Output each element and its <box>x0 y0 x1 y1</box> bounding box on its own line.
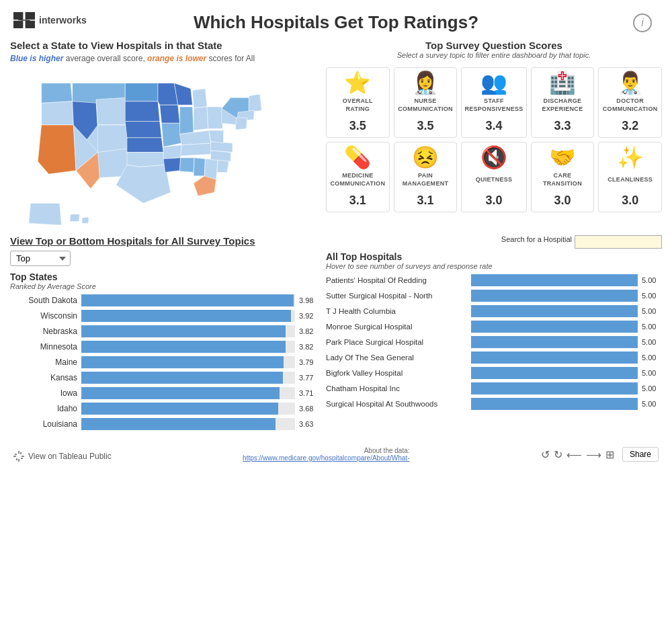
survey-icon-overall: ⭐ <box>344 72 371 93</box>
bar-outer <box>81 341 295 353</box>
bar-fill <box>81 418 276 430</box>
forward-icon[interactable]: ↻ <box>554 448 562 461</box>
bar-fill <box>81 325 286 337</box>
svg-rect-52 <box>13 456 16 457</box>
survey-item-care[interactable]: 🤝 CARETRANSITION 3.0 <box>531 142 595 212</box>
bar-outer <box>81 356 295 368</box>
svg-marker-14 <box>98 125 129 153</box>
survey-item-staff[interactable]: 👥 STAFFRESPONSIVENESS 3.4 <box>461 67 526 138</box>
back-icon[interactable]: ↺ <box>541 448 550 461</box>
footer-actions: ↺ ↻ ⟵ ⟶ ⊞ Share <box>541 447 659 462</box>
svg-marker-32 <box>163 145 181 159</box>
table-row: Maine 3.79 <box>10 356 319 368</box>
orange-text: orange is lower <box>147 54 206 63</box>
table-row: Patients' Hospital Of Redding 5.00 <box>326 274 662 286</box>
prev-icon[interactable]: ⟵ <box>566 448 582 461</box>
survey-icon-care: 🤝 <box>549 147 576 168</box>
subtitle-middle: average overall score, <box>66 54 147 63</box>
hosp-bar-fill <box>471 351 638 364</box>
survey-icon-doctor: 👨‍⚕️ <box>617 72 644 93</box>
bar-outer <box>81 325 295 337</box>
survey-label-nurse: NURSECOMMUNICATION <box>398 96 453 115</box>
map-section: Select a State to View Hospitals in that… <box>10 40 319 230</box>
survey-grid: ⭐ OVERALLRATING 3.5 👩‍⚕️ NURSECOMMUNICAT… <box>326 67 662 212</box>
survey-score-discharge: 3.3 <box>554 119 571 133</box>
bar-fill <box>81 387 280 399</box>
survey-item-discharge[interactable]: 🏥 DISCHARGEEXPERIENCE 3.3 <box>531 67 595 138</box>
state-label: Kansas <box>10 373 77 382</box>
info-icon[interactable]: i <box>633 13 652 32</box>
svg-rect-57 <box>21 458 23 459</box>
svg-marker-31 <box>181 143 212 156</box>
hosp-bar-fill <box>471 336 638 348</box>
hosp-bar-outer <box>471 274 638 286</box>
hosp-bar-outer <box>471 336 638 348</box>
svg-rect-55 <box>16 458 17 460</box>
bar-value: 3.71 <box>299 389 319 397</box>
survey-item-cleanliness[interactable]: ✨ CLEANLINESS 3.0 <box>598 142 662 212</box>
tableau-link[interactable]: View on Tableau Public <box>13 451 112 462</box>
hosp-bar-value: 5.00 <box>642 384 662 392</box>
hosp-bar-fill <box>471 321 638 333</box>
search-row: Search for a Hospitial <box>326 235 662 249</box>
top-section: Select a State to View Hospitals in that… <box>0 40 672 230</box>
survey-item-doctor[interactable]: 👨‍⚕️ DOCTORCOMMUNICATION 3.2 <box>598 67 662 138</box>
hosp-bar-outer <box>471 367 638 379</box>
bar-outer <box>81 310 295 322</box>
survey-item-quietness[interactable]: 🔇 QUIETNESS 3.0 <box>461 142 526 212</box>
bar-fill <box>81 356 284 368</box>
hospital-label: Lady Of The Sea General <box>326 354 467 362</box>
state-label: Idaho <box>10 404 77 413</box>
survey-item-nurse[interactable]: 👩‍⚕️ NURSECOMMUNICATION 3.5 <box>394 67 458 138</box>
svg-rect-1 <box>13 21 23 28</box>
survey-score-nurse: 3.5 <box>417 119 434 133</box>
svg-rect-50 <box>18 451 19 454</box>
hospital-label: Sutter Surgical Hospital - North <box>326 292 467 300</box>
survey-title: Top Survey Question Scores <box>326 40 662 51</box>
logo-text: interworks <box>39 15 87 26</box>
table-row: Bigfork Valley Hospital 5.00 <box>326 367 662 379</box>
dropdown-row: Top Bottom <box>10 251 319 266</box>
hospital-label: Patients' Hospital Of Redding <box>326 276 467 284</box>
svg-rect-54 <box>20 452 22 454</box>
bar-value: 3.82 <box>299 327 319 335</box>
svg-marker-49 <box>82 217 89 223</box>
share-button[interactable]: Share <box>622 447 659 462</box>
bar-value: 3.68 <box>299 405 319 413</box>
survey-score-medicine: 3.1 <box>349 194 366 208</box>
layout-icon[interactable]: ⊞ <box>605 448 614 461</box>
svg-rect-2 <box>26 12 35 19</box>
survey-label-overall: OVERALLRATING <box>343 96 373 115</box>
bar-outer <box>81 294 295 306</box>
search-label: Search for a Hospitial <box>501 235 572 249</box>
about-link[interactable]: https://www.medicare.gov/hospitalcompare… <box>243 454 409 462</box>
search-input[interactable] <box>575 235 662 249</box>
survey-section: Top Survey Question Scores Select a surv… <box>319 40 662 230</box>
svg-marker-7 <box>38 125 76 174</box>
top-bottom-select[interactable]: Top Bottom <box>10 251 71 266</box>
survey-item-pain[interactable]: 😣 PAINMANAGEMENT 3.1 <box>394 142 458 212</box>
survey-item-overall[interactable]: ⭐ OVERALLRATING 3.5 <box>326 67 390 138</box>
tableau-icon <box>13 451 24 462</box>
survey-score-doctor: 3.2 <box>622 119 638 133</box>
footer-nav: ↺ ↻ ⟵ ⟶ ⊞ <box>541 448 614 461</box>
next-icon[interactable]: ⟶ <box>586 448 601 461</box>
svg-marker-26 <box>180 107 194 134</box>
table-row: Park Place Surgical Hospital 5.00 <box>326 336 662 348</box>
table-row: Minnesota 3.82 <box>10 341 319 353</box>
hospital-label: T J Health Columbia <box>326 307 467 315</box>
table-row: Idaho 3.68 <box>10 403 319 415</box>
table-row: South Dakota 3.98 <box>10 294 319 306</box>
map-subtitle: Blue is higher average overall score, or… <box>10 54 319 63</box>
hosp-bar-fill <box>471 367 638 379</box>
bar-value: 3.63 <box>299 420 319 428</box>
svg-rect-51 <box>18 459 19 462</box>
hospitals-bar-chart: Patients' Hospital Of Redding 5.00 Sutte… <box>326 274 662 410</box>
survey-item-medicine[interactable]: 💊 MEDICINECOMMUNICATION 3.1 <box>326 142 390 212</box>
svg-marker-17 <box>125 101 159 122</box>
hosp-bar-outer <box>471 290 638 302</box>
hosp-bar-value: 5.00 <box>642 369 662 377</box>
svg-marker-5 <box>42 83 73 103</box>
us-map[interactable] <box>10 69 306 230</box>
page-header: interworks Which Hospitals Get Top Ratin… <box>0 0 672 40</box>
